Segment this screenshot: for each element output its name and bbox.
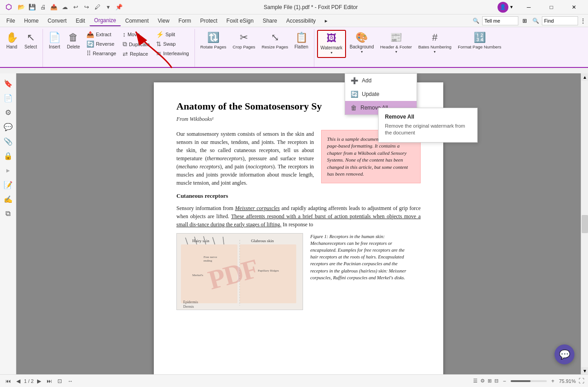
background-dropdown-arrow[interactable]: ▾	[361, 50, 363, 54]
menu-comment[interactable]: Comment	[121, 16, 153, 26]
minimize-button[interactable]: ─	[518, 0, 539, 14]
format-page-numbers-button[interactable]: 🔢 Format Page Numbers	[455, 30, 504, 52]
rearrange-button[interactable]: ⠿ Rearrange	[84, 49, 119, 58]
search-icon[interactable]: 🔍	[471, 16, 480, 25]
view-options-icon[interactable]: ⊞	[520, 16, 529, 25]
menu-file[interactable]: File	[2, 16, 19, 26]
menu-convert[interactable]: Convert	[43, 16, 71, 26]
reverse-button[interactable]: 🔄 Reverse	[84, 39, 119, 48]
background-button[interactable]: 🎨 Background ▾	[347, 30, 376, 56]
form-fields-icon[interactable]: 📝	[2, 178, 14, 191]
expand-view-button[interactable]: ⛶	[579, 377, 584, 384]
watermark-add-item[interactable]: ➕ Add	[345, 74, 417, 87]
crop-pages-button[interactable]: ✂ Crop Pages	[230, 30, 258, 52]
menu-home[interactable]: Home	[19, 16, 43, 26]
zoom-out-button[interactable]: −	[501, 377, 508, 385]
next-page-button[interactable]: ▶	[35, 377, 43, 385]
find-input[interactable]: Find	[542, 16, 578, 25]
menu-foxit-esign[interactable]: Foxit eSign	[222, 16, 258, 26]
maximize-button[interactable]: □	[541, 0, 562, 14]
security-icon[interactable]: 🔒	[2, 149, 14, 162]
move-icon: ↕	[123, 31, 126, 38]
menu-view[interactable]: View	[153, 16, 174, 26]
menu-edit[interactable]: Edit	[71, 16, 90, 26]
print-icon[interactable]: 🖨	[38, 2, 48, 12]
open-icon[interactable]: 📂	[16, 2, 26, 12]
select-button[interactable]: ↖ Select	[22, 30, 40, 52]
signatures-icon[interactable]: ✍	[2, 193, 14, 205]
extract-button[interactable]: 📤 Extract	[84, 30, 119, 39]
hand-button[interactable]: ✋ Hand	[3, 30, 21, 52]
bookmark-icon[interactable]: 🔖	[2, 77, 14, 90]
zoom-in-button[interactable]: +	[550, 377, 556, 385]
header-footer-button[interactable]: 📰 Header & Footer ▾	[377, 30, 414, 56]
menu-expand[interactable]: ▸	[320, 16, 332, 26]
export-icon[interactable]: 📤	[49, 2, 59, 12]
view-icon-3[interactable]: ⊞	[488, 378, 492, 384]
fit-width-button[interactable]: ↔	[66, 377, 75, 385]
pin-icon[interactable]: 📌	[114, 2, 124, 12]
scroll-down[interactable]: ▼	[581, 367, 588, 374]
ribbon-buttons-pages: 📄 Insert 🗑 Delete 📤 Extract 🔄 Reverse ⠿	[46, 30, 192, 66]
watermark-update-item[interactable]: 🔄 Update	[345, 87, 417, 101]
collapse-icon[interactable]: ▶	[2, 164, 14, 177]
rotate-pages-button[interactable]: 🔃 Rotate Pages	[198, 30, 229, 52]
flatten-button[interactable]: 📋 Flatten	[292, 30, 311, 52]
comments-icon[interactable]: 💬	[2, 120, 14, 133]
split-button[interactable]: ⚡ Split	[153, 30, 192, 39]
insert-icon: 📄	[48, 32, 61, 43]
menu-protect[interactable]: Protect	[196, 16, 222, 26]
first-page-button[interactable]: ⏮	[4, 377, 13, 385]
bates-dropdown-arrow[interactable]: ▾	[434, 50, 436, 54]
view-icon-2[interactable]: ⚙	[480, 378, 485, 384]
attachments-icon[interactable]: 📎	[2, 135, 14, 148]
layers-icon[interactable]: ⚙	[2, 106, 14, 119]
left-sidebar: 🔖 📄 ⚙ 💬 📎 🔒 ▶ 📝 ✍ ⧉	[0, 73, 16, 374]
window-controls: 👤 ▾ ─ □ ✕	[498, 0, 584, 14]
chat-button[interactable]: 💬	[555, 344, 574, 364]
scroll-thumb[interactable]	[582, 215, 588, 233]
duplicate-button[interactable]: ⧉ Duplicate	[120, 39, 152, 49]
ribbon-section-watermark: 🖼 Watermark ▾ 🎨 Background ▾ 📰 Header & …	[314, 29, 507, 67]
delete-button[interactable]: 🗑 Delete	[64, 30, 83, 52]
pages-panel-icon[interactable]: 📄	[2, 91, 14, 104]
replace-button[interactable]: ⇄ Replace	[120, 49, 152, 58]
bates-numbering-button[interactable]: # Bates Numbering ▾	[416, 30, 454, 56]
copy-icon[interactable]: ⧉	[2, 207, 14, 220]
resize-pages-button[interactable]: ⤡ Resize Pages	[259, 30, 291, 52]
menu-share[interactable]: Share	[258, 16, 282, 26]
user-avatar[interactable]: 👤	[498, 2, 508, 13]
move-button[interactable]: ↕ Move	[120, 30, 152, 39]
undo-icon[interactable]: ↩	[71, 2, 81, 12]
view-icon-1[interactable]: ☰	[473, 378, 478, 384]
tell-me-input[interactable]: Tell me	[482, 16, 518, 25]
redo-icon[interactable]: ↪	[81, 2, 91, 12]
prev-page-button[interactable]: ◀	[14, 377, 22, 385]
header-footer-dropdown-arrow[interactable]: ▾	[395, 50, 397, 54]
ribbon-section-tools: ✋ Hand ↖ Select	[0, 29, 43, 67]
menu-form[interactable]: Form	[174, 16, 196, 26]
user-dropdown[interactable]: ▾	[510, 4, 513, 10]
ribbon-buttons-transform: 🔃 Rotate Pages ✂ Crop Pages ⤡ Resize Pag…	[198, 30, 311, 66]
save-icon[interactable]: 💾	[27, 2, 37, 12]
more-options-icon[interactable]: ⋮	[580, 17, 586, 24]
find-search-icon[interactable]: 🔍	[531, 16, 540, 25]
cloud-icon[interactable]: ☁	[60, 2, 70, 12]
insert-button[interactable]: 📄 Insert	[46, 30, 63, 52]
swap-button[interactable]: ⇅ Swap	[153, 39, 192, 48]
close-button[interactable]: ✕	[564, 0, 584, 14]
app-logo[interactable]: ⬡	[4, 2, 14, 12]
fit-window-button[interactable]: ⊡	[56, 377, 64, 385]
last-page-button[interactable]: ⏭	[45, 377, 54, 385]
watermark-button[interactable]: 🖼 Watermark ▾	[317, 30, 346, 58]
title-bar-left: ⬡ 📂 💾 🖨 📤 ☁ ↩ ↪ 🖊 ▾ 📌	[4, 2, 124, 12]
scroll-up[interactable]: ▲	[581, 73, 588, 81]
menu-organize[interactable]: Organize	[90, 15, 121, 26]
scrollbar-right[interactable]: ▲ ▼	[581, 73, 588, 374]
watermark-dropdown-arrow[interactable]: ▾	[331, 51, 332, 55]
dropdown-arrow-icon[interactable]: ▾	[103, 2, 113, 12]
menu-accessibility[interactable]: Accessibility	[282, 16, 320, 26]
stamp-icon[interactable]: 🖊	[92, 2, 102, 12]
interleaving-button[interactable]: ≋ Interleaving	[153, 49, 192, 58]
view-icon-4[interactable]: ⊟	[494, 378, 498, 384]
